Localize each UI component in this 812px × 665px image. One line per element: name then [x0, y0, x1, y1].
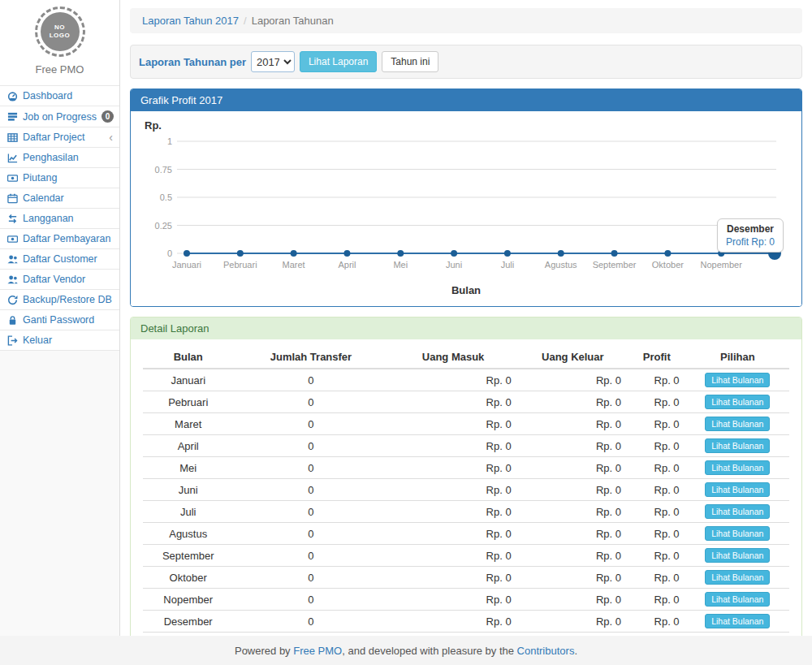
sidebar-item-job-on-progress[interactable]: Job on Progress0: [0, 106, 119, 127]
logo: NO LOGO: [0, 0, 119, 57]
sidebar-item-calendar[interactable]: Calendar: [0, 188, 119, 209]
data-point[interactable]: [451, 250, 457, 257]
cell-profit: Rp. 0: [628, 501, 686, 523]
lihat-laporan-button[interactable]: Lihat Laporan: [300, 51, 377, 72]
cell-uang-keluar: Rp. 0: [518, 611, 628, 633]
sidebar-item-daftar-vendor[interactable]: Daftar Vendor: [0, 270, 119, 290]
cell-bulan: Oktober: [143, 567, 233, 589]
column-header-jumlah-transfer: Jumlah Transfer: [233, 346, 388, 369]
lihat-bulanan-button[interactable]: Lihat Bulanan: [705, 460, 770, 475]
breadcrumb-link-laporan-tahun[interactable]: Laporan Tahun 2017: [142, 15, 239, 27]
lihat-bulanan-button[interactable]: Lihat Bulanan: [705, 548, 770, 563]
lihat-bulanan-button[interactable]: Lihat Bulanan: [705, 417, 770, 431]
cell-uang-keluar: Rp. 0: [518, 391, 628, 413]
cell-uang-masuk: Rp. 0: [388, 457, 517, 479]
data-point[interactable]: [397, 250, 404, 257]
no-logo-badge: NO LOGO: [35, 6, 85, 57]
sidebar-item-daftar-project[interactable]: Daftar Project‹: [0, 127, 119, 148]
detail-panel-title: Detail Laporan: [131, 317, 801, 339]
tooltip-month: Desember: [726, 223, 775, 235]
lihat-bulanan-button[interactable]: Lihat Bulanan: [705, 614, 770, 628]
sidebar-item-keluar[interactable]: Keluar: [0, 330, 119, 351]
footer-text: Powered by Free PMO, and developed with …: [235, 645, 577, 657]
free-pmo-link[interactable]: Free PMO: [293, 645, 342, 657]
lihat-bulanan-button[interactable]: Lihat Bulanan: [705, 438, 770, 453]
y-tick-label: 0.75: [155, 165, 172, 175]
cell-jumlah-transfer: 0: [233, 457, 388, 479]
chart-panel-body: Rp. 00.250.50.751JanuariPebruariMaretApr…: [131, 111, 801, 306]
cell-bulan: April: [143, 435, 233, 457]
sidebar-item-dashboard[interactable]: Dashboard: [0, 86, 119, 106]
sidebar-item-penghasilan[interactable]: Penghasilan: [0, 148, 119, 168]
main-content: Laporan Tahun 2017/Laporan Tahunan Lapor…: [120, 0, 812, 636]
exchange-icon: [6, 213, 18, 224]
lock-icon: [6, 314, 18, 326]
data-point[interactable]: [184, 250, 190, 257]
lihat-bulanan-button[interactable]: Lihat Bulanan: [705, 592, 770, 607]
sidebar-item-piutang[interactable]: Piutang: [0, 168, 119, 188]
lihat-bulanan-button[interactable]: Lihat Bulanan: [705, 570, 770, 585]
cell-jumlah-transfer: 0: [233, 391, 388, 413]
data-point[interactable]: [558, 250, 564, 257]
table-row: September0Rp. 0Rp. 0Rp. 0Lihat Bulanan: [143, 545, 789, 567]
tasks-icon: [6, 111, 18, 123]
sidebar-item-langganan[interactable]: Langganan: [0, 209, 119, 229]
cell-jumlah-transfer: 0: [233, 633, 388, 636]
cell-profit: Rp. 0: [628, 589, 686, 611]
detail-report-panel: Detail Laporan BulanJumlah TransferUang …: [130, 317, 802, 636]
lihat-bulanan-button[interactable]: Lihat Bulanan: [705, 526, 770, 541]
cell-bulan: Maret: [143, 413, 233, 435]
contributors-link[interactable]: Contributors: [517, 645, 575, 657]
data-point[interactable]: [611, 250, 618, 257]
cell-bulan: Nopember: [143, 589, 233, 611]
table-row: Maret0Rp. 0Rp. 0Rp. 0Lihat Bulanan: [143, 413, 789, 435]
lihat-bulanan-button[interactable]: Lihat Bulanan: [705, 395, 770, 409]
calendar-icon: [6, 192, 18, 204]
cell-jumlah-transfer: 0: [233, 369, 388, 391]
cell-jumlah-transfer: 0: [233, 479, 388, 501]
cell-uang-keluar: Rp. 0: [518, 501, 628, 523]
cell-pilihan: Lihat Bulanan: [686, 413, 789, 435]
cell-pilihan: Lihat Bulanan: [686, 501, 789, 523]
cell-jumlah-transfer: 0: [233, 567, 388, 589]
cell-jumlah-transfer: 0: [233, 523, 388, 545]
cell-profit: Rp. 0: [628, 369, 686, 391]
chart-panel-title: Grafik Profit 2017: [131, 89, 801, 111]
data-point[interactable]: [664, 250, 671, 257]
money-icon: [6, 233, 18, 244]
x-tick-label: Nopember: [701, 260, 743, 270]
cell-jumlah-transfer: 0: [233, 545, 388, 567]
column-header-uang-masuk: Uang Masuk: [388, 346, 517, 369]
year-select[interactable]: 2017: [251, 51, 295, 72]
cell-profit: Rp. 0: [628, 413, 686, 435]
data-point[interactable]: [343, 250, 350, 257]
cell-uang-keluar: Rp. 0: [518, 523, 628, 545]
lihat-bulanan-button[interactable]: Lihat Bulanan: [705, 504, 770, 519]
x-tick-label: Maret: [283, 260, 305, 270]
lihat-bulanan-button[interactable]: Lihat Bulanan: [705, 482, 770, 497]
tahun-ini-button[interactable]: Tahun ini: [382, 51, 438, 72]
sidebar-item-ganti-password[interactable]: Ganti Password: [0, 310, 119, 330]
x-tick-label: April: [338, 260, 356, 270]
cell-pilihan: Lihat Bulanan: [686, 391, 789, 413]
table-row: Juli0Rp. 0Rp. 0Rp. 0Lihat Bulanan: [143, 501, 789, 523]
cell-pilihan: [686, 633, 789, 636]
table-row: Desember0Rp. 0Rp. 0Rp. 0Lihat Bulanan: [143, 611, 789, 633]
dashboard-icon: [6, 90, 18, 101]
report-table-body: Januari0Rp. 0Rp. 0Rp. 0Lihat BulananPebr…: [143, 369, 789, 636]
lihat-bulanan-button[interactable]: Lihat Bulanan: [705, 373, 770, 387]
tooltip-value: Profit Rp: 0: [726, 236, 775, 248]
data-point[interactable]: [237, 250, 244, 257]
header-row: BulanJumlah TransferUang MasukUang Kelua…: [143, 346, 789, 369]
cell-bulan: Juli: [143, 501, 233, 523]
report-table: BulanJumlah TransferUang MasukUang Kelua…: [143, 346, 789, 636]
data-point[interactable]: [504, 250, 511, 257]
sidebar-item-backup-restore-db[interactable]: Backup/Restore DB: [0, 290, 119, 310]
sidebar-item-daftar-customer[interactable]: Daftar Customer: [0, 249, 119, 270]
users-icon: [6, 253, 18, 265]
cell-profit: Rp. 0: [628, 435, 686, 457]
sidebar-item-daftar-pembayaran[interactable]: Daftar Pembayaran: [0, 229, 119, 249]
data-point[interactable]: [291, 250, 297, 257]
sidebar-item-label: Job on Progress: [23, 111, 97, 123]
breadcrumb-separator: /: [244, 15, 247, 27]
